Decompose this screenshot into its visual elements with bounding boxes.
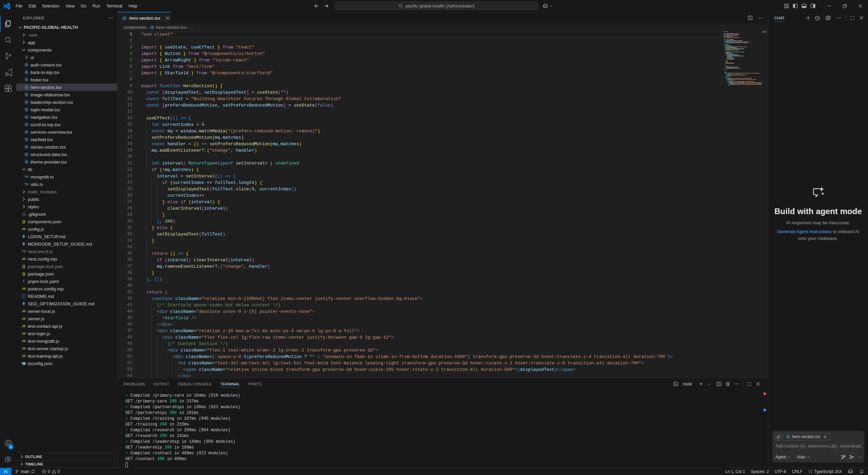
code-line-19[interactable]: 19 mq.addEventListener?.("change", handl… [118,147,721,154]
line-number[interactable]: 12 [118,102,132,109]
breadcrumb-symbol[interactable]: … [190,25,194,30]
code-line-25[interactable]: 25 setDisplayedText(fullText.slice(0, cu… [118,186,721,192]
code-line-20[interactable]: 20 [118,154,721,160]
line-number[interactable]: 26 [118,192,132,199]
line-number[interactable]: 32 [118,231,132,238]
panel-tab-debug-console[interactable]: DEBUG CONSOLE [178,378,212,390]
code-line-40[interactable]: 40 [118,283,721,289]
tree-item-mongodb-ts[interactable]: TSmongodb.ts [16,173,117,180]
nav-back-icon[interactable] [314,3,319,8]
send-dropdown-icon[interactable] [858,455,861,459]
code-line-42[interactable]: 42 <section className="relative min-h-[1… [118,296,721,302]
code-line-10[interactable]: 10 const [displayedText, setDisplayedTex… [118,89,721,96]
code-line-1[interactable]: 1"use client" [118,31,721,38]
tree-item-node-modules[interactable]: node_modules [16,188,117,195]
tree-item-next-env-d-ts[interactable]: TSnext-env.d.ts [16,248,117,255]
tree-item--next[interactable]: .next [16,31,117,39]
line-number[interactable]: 16 [118,128,132,134]
tree-item-stories-section-tsx[interactable]: stories-section.tsx [16,143,117,151]
line-number[interactable]: 42 [118,296,132,302]
code-line-53[interactable]: 53 <span className="relative inline-bloc… [118,366,721,373]
line-number[interactable]: 3 [118,44,132,51]
tree-item-ui[interactable]: ui [16,54,117,61]
menu-view[interactable]: View [62,2,78,11]
tree-item-server-js[interactable]: JSserver.js [16,315,117,322]
activity-source-control-icon[interactable] [0,48,16,64]
code-line-51[interactable]: 51 <div className={`space-y-8 ${prefersR… [118,354,721,360]
line-number[interactable]: 23 [118,173,132,179]
code-line-23[interactable]: 23 interval = setInterval(() => { [118,173,721,179]
new-terminal-icon[interactable] [698,381,704,386]
code-line-46[interactable]: 46 </div> [118,321,721,328]
line-number[interactable]: 52 [118,360,132,366]
code-line-31[interactable]: 31 } else { [118,225,721,231]
encoding-item[interactable]: UTF-8 [775,469,786,474]
menu-help[interactable]: Help [125,2,140,11]
line-number[interactable]: 15 [118,121,132,128]
code-line-21[interactable]: 21 let interval: ReturnType<typeof setIn… [118,160,721,167]
line-number[interactable]: 31 [118,225,132,231]
tree-item-components[interactable]: components [16,46,117,54]
tree-item-postcss-config-mjs[interactable]: JSpostcss.config.mjs [16,285,117,292]
activity-search-icon[interactable] [0,32,16,48]
toggle-panel-icon[interactable] [802,3,807,8]
code-line-41[interactable]: 41 return ( [118,289,721,296]
line-number[interactable]: 8 [118,76,132,83]
line-number[interactable]: 22 [118,167,132,173]
tree-item-tsconfig-json[interactable]: TStsconfig.json [16,360,117,367]
line-number[interactable]: 47 [118,328,132,334]
tree-item-services-overview-tsx[interactable]: services-overview.tsx [16,128,117,136]
tree-item--gitignore[interactable]: .gitignore [16,210,117,218]
line-number[interactable]: 25 [118,186,132,192]
code-line-37[interactable]: 37 mq.removeEventListener?.("change", ha… [118,263,721,270]
editor-more-actions-icon[interactable] [758,15,763,20]
line-number[interactable]: 10 [118,89,132,96]
code-line-47[interactable]: 47 <div className="relative z-10 max-w-7… [118,328,721,334]
split-editor-icon[interactable] [748,15,753,20]
activity-run-debug-icon[interactable] [0,64,16,80]
tree-item-login-modal-tsx[interactable]: login-modal.tsx [16,106,117,113]
line-number[interactable]: 14 [118,115,132,121]
close-panel-icon[interactable] [755,381,761,386]
tree-item-theme-provider-tsx[interactable]: theme-provider.tsx [16,158,117,166]
menu-selection[interactable]: Selection [39,2,62,11]
tab-close-icon[interactable] [165,16,170,21]
tree-item-mongodb-setup-guide-md[interactable]: MONGODB_SETUP_GUIDE.md [16,240,117,248]
send-icon[interactable] [849,454,854,460]
code-editor[interactable]: 1"use client"23import { useState, useEff… [118,31,721,378]
line-number[interactable]: 41 [118,289,132,296]
line-number[interactable]: 5 [118,57,132,63]
indentation-item[interactable]: Spaces: 2 [751,469,769,474]
code-line-43[interactable]: 43 {/* Starfield above video but below c… [118,302,721,308]
tree-item-footer-tsx[interactable]: footer.tsx [16,76,117,83]
code-line-36[interactable]: 36 if (interval) clearInterval(interval) [118,257,721,263]
line-number[interactable]: 34 [118,244,132,250]
code-line-27[interactable]: 27 } else if (interval) { [118,199,721,205]
line-number[interactable]: 44 [118,308,132,315]
tree-item-back-to-top-tsx[interactable]: back-to-top.tsx [16,69,117,76]
copilot-status-icon[interactable] [848,469,853,474]
line-number[interactable]: 11 [118,96,132,102]
line-number[interactable]: 2 [118,38,132,44]
line-number[interactable]: 48 [118,334,132,341]
tree-item-test-login-js[interactable]: JStest-login.js [16,330,117,337]
tree-item-test-contact-api-js[interactable]: JStest-contact-api.js [16,322,117,330]
panel-tab-ports[interactable]: PORTS [248,378,261,390]
tools-icon[interactable] [841,455,846,460]
chat-history-icon[interactable] [815,15,820,21]
code-line-52[interactable]: 52 <h1 className="text-3xl md:text-4xl l… [118,360,721,366]
code-line-26[interactable]: 26 currentIndex++ [118,192,721,199]
tree-item-test-server-startup-js[interactable]: JStest-server-startup.js [16,345,117,352]
terminal-output[interactable]: ✓ Compiled /primary-care in 154ms (918 m… [125,393,240,462]
chat-input-box[interactable]: hero-section.tsx Add context (#), extens… [772,431,864,462]
code-line-35[interactable]: 35 return () => { [118,250,721,257]
language-mode-item[interactable]: TypeScript JSX [808,469,842,474]
breadcrumb-folder[interactable]: components [123,25,146,30]
code-line-30[interactable]: 30 }, 200) [118,218,721,225]
line-number[interactable]: 21 [118,160,132,167]
context-chip[interactable]: hero-section.tsx [783,433,830,440]
code-line-18[interactable]: 18 const handler = () => setPrefersReduc… [118,141,721,147]
tree-item-test-training-api-js[interactable]: JStest-training-api.js [16,352,117,360]
code-line-32[interactable]: 32 setDisplayedText(fullText) [118,231,721,238]
line-number[interactable]: 40 [118,283,132,289]
